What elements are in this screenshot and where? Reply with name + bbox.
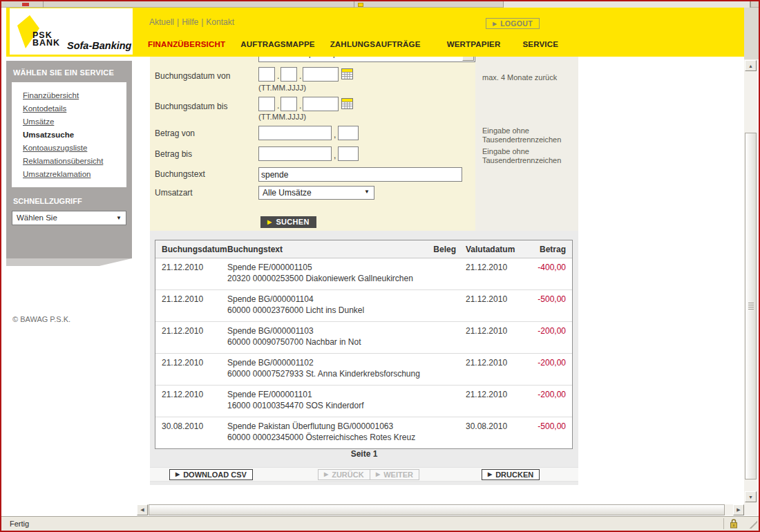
buchungstext-line2: 60000 00007527933 St. Anna Kinderkrebsfo… [227,369,424,379]
chrome-divider [750,1,751,8]
download-csv-button[interactable]: ▶ DOWNLOAD CSV [169,469,253,480]
link-aktuell[interactable]: Aktuell [149,17,174,27]
betrag-von-input[interactable] [258,126,332,140]
calendar-icon[interactable] [341,98,353,109]
cell-beleg [424,326,456,347]
col-betrag: Betrag [522,245,572,254]
cell-buchungsdatum: 21.12.2010 [155,326,227,347]
sidebar: WÄHLEN SIE EIN SERVICE FinanzübersichtKo… [6,61,132,258]
browser-chrome-strip [1,1,759,8]
note-betrag-von: Eingabe ohne Tausendertrennzeichen [482,126,573,144]
vertical-scrollbar[interactable]: ▲ ▼ [744,59,757,515]
sidebar-item[interactable]: Finanzübersicht [23,88,126,102]
buchungstext-line1: Spende Pakistan Überflutung BG/000001063 [227,421,424,431]
vertical-scrollbar-thumb[interactable] [745,133,757,479]
sidebar-item[interactable]: Umsatzsuche [23,128,126,141]
drucken-button[interactable]: ▶ DRUCKEN [482,469,540,480]
quick-access-title: SCHNELLZUGRIFF [6,197,132,205]
table-header-row: Buchungsdatum Buchungstext Beleg Valutad… [155,240,572,258]
brand-name: PSK BANK [32,32,60,47]
umsatzart-select[interactable]: Alle Umsätze ▼ [258,186,374,200]
betrag-bis-input[interactable] [258,146,332,161]
link-hilfe[interactable]: Hilfe [182,17,198,27]
nav-tab[interactable]: WERTPAPIER [447,40,501,48]
zurueck-button[interactable]: ▶ ZURÜCK [318,469,370,480]
logout-button[interactable]: ▶ LOGOUT [486,18,540,29]
cell-beleg [424,358,456,379]
datum-bis-jahr-input[interactable] [303,97,339,111]
table-row: 21.12.2010 Spende FE/000001101 16000 001… [155,385,572,417]
sidebar-item[interactable]: Umsätze [23,115,126,128]
cell-betrag: -400,00 [522,263,572,283]
horizontal-scrollbar-thumb[interactable] [149,504,725,515]
favicon-icon [358,3,363,7]
cell-valutadatum: 21.12.2010 [456,326,522,347]
buchungstext-input[interactable] [258,167,462,182]
suchen-button[interactable]: ▶ SUCHEN [260,216,316,228]
scroll-down-button[interactable]: ▼ [745,491,757,502]
datum-von-monat-input[interactable] [281,67,297,82]
note-datum: max. 4 Monate zurück [482,73,573,82]
col-beleg: Beleg [424,245,456,254]
buchungstext-line1: Spende FE/000001101 [227,390,424,399]
buchungstext-line1: Spende BG/000001104 [227,294,424,304]
cell-buchungstext: Spende BG/000001102 60000 00007527933 St… [227,358,424,379]
cell-buchungsdatum: 30.08.2010 [155,421,227,442]
brand-product: Sofa-Banking [67,40,131,51]
sidebar-item[interactable]: Kontoauszugsliste [23,141,126,154]
cell-buchungstext: Spende BG/000001103 60000 00090750700 Na… [227,326,424,347]
calendar-icon[interactable] [341,68,353,79]
scroll-up-button[interactable]: ▲ [745,60,757,71]
resize-grip[interactable] [748,519,757,529]
browser-tab-icon [22,3,29,6]
copyright-text: © BAWAG P.S.K. [12,315,70,323]
horizontal-scrollbar[interactable]: ◀ ▶ [137,504,744,515]
cell-buchungsdatum: 21.12.2010 [155,294,227,315]
nav-tab[interactable]: ZAHLUNGSAUFTRÄGE [330,40,421,48]
download-csv-label: DOWNLOAD CSV [183,471,247,479]
datum-von-tag-input[interactable] [258,67,275,82]
sidebar-item[interactable]: Kontodetails [23,102,126,115]
betrag-von-dezimal-input[interactable] [338,126,359,140]
browser-window: PSK BANK Sofa-Banking Aktuell|Hilfe|Kont… [0,0,760,532]
sidebar-item[interactable]: Reklamationsübersicht [23,154,126,167]
scrollbar-grip [748,303,754,310]
arrow-right-icon: ▶ [493,21,497,27]
umsatzart-value: Alle Umsätze [263,188,312,198]
results-table: Buchungsdatum Buchungstext Beleg Valutad… [155,240,573,449]
cell-buchungstext: Spende Pakistan Überflutung BG/000001063… [227,421,424,442]
weiter-label: WEITER [383,471,413,479]
betrag-bis-dezimal-input[interactable] [338,146,359,161]
date-separator: . [277,71,279,81]
statusbar-separator [723,518,724,529]
date-separator: . [299,71,301,81]
status-bar: Fertig [1,516,759,531]
nav-tab[interactable]: AUFTRAGSMAPPE [240,40,314,48]
weiter-button[interactable]: ▶ WEITER [370,469,419,480]
col-buchungstext: Buchungstext [227,245,424,254]
scroll-left-button[interactable]: ◀ [137,504,148,515]
datum-bis-monat-input[interactable] [281,97,297,111]
link-kontakt[interactable]: Kontakt [206,17,234,27]
nav-tab[interactable]: FINANZÜBERSICHT [148,40,225,48]
datum-von-jahr-input[interactable] [303,67,339,82]
date-separator: . [277,101,279,111]
link-separator: | [201,17,203,27]
cell-beleg [424,390,456,410]
nav-tab[interactable]: SERVICE [522,40,558,48]
cell-buchungstext: Spende FE/000001101 16000 00100354470 SO… [227,390,424,410]
buchungstext-line2: 60000 00002345000 Österreichisches Rotes… [227,433,424,442]
scroll-right-button[interactable]: ▶ [733,504,744,515]
results-section: Buchungsdatum Buchungstext Beleg Valutad… [150,231,578,485]
datum-bis-tag-input[interactable] [258,97,275,111]
quick-access-select[interactable]: Wählen Sie ▼ [12,211,126,225]
masthead: PSK BANK Sofa-Banking Aktuell|Hilfe|Kont… [6,8,744,57]
buchungstext-line2: 16000 00100354470 SOS Kinderdorf [227,401,424,410]
cell-valutadatum: 21.12.2010 [456,263,522,283]
sidebar-item[interactable]: Umsatzreklamation [23,167,126,180]
main-nav: FINANZÜBERSICHTAUFTRAGSMAPPEZAHLUNGSAUFT… [148,40,558,48]
arrow-right-icon: ▶ [488,471,492,477]
cell-betrag: -500,00 [522,294,572,315]
cell-betrag: -500,00 [522,421,572,442]
cell-beleg [424,421,456,442]
